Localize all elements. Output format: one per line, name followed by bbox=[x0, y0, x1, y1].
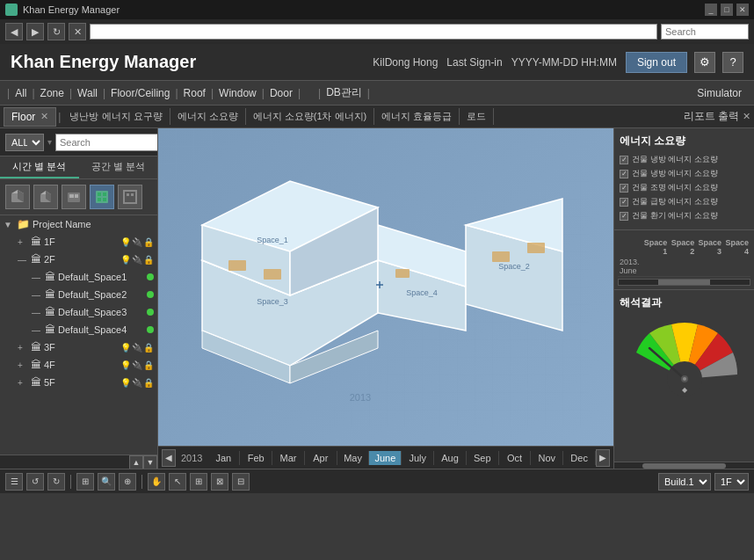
timeline-prev[interactable]: ◀ bbox=[162, 449, 176, 467]
report-close[interactable]: ✕ bbox=[743, 111, 750, 122]
scroll-up-btn[interactable]: ▲ bbox=[129, 455, 143, 469]
floor-tab-close[interactable]: ✕ bbox=[40, 111, 48, 122]
tab-right: 리포트 출력 ✕ bbox=[684, 109, 750, 124]
cursor2-btn[interactable]: ⊞ bbox=[190, 473, 207, 491]
forward-button[interactable]: ▶ bbox=[26, 23, 44, 40]
space-2[interactable]: — 🏛 Default_Space2 bbox=[0, 286, 157, 303]
stop-button[interactable]: ✕ bbox=[69, 23, 86, 40]
menu-status-btn[interactable]: ☰ bbox=[5, 473, 23, 491]
svg-rect-32 bbox=[395, 269, 410, 278]
sub-tab-load[interactable]: 로드 bbox=[460, 108, 494, 125]
month-may[interactable]: May bbox=[337, 451, 370, 465]
floor-plan-svg: Space_3 Space_4 Space_1 Space_2 2013 bbox=[158, 128, 589, 427]
menu-wall[interactable]: Wall bbox=[74, 85, 101, 101]
svg-rect-34 bbox=[527, 243, 545, 253]
help-icon[interactable]: ? bbox=[722, 52, 743, 73]
undo-btn[interactable]: ↺ bbox=[26, 473, 44, 491]
table-scrollbar[interactable] bbox=[618, 279, 750, 286]
floor-2f[interactable]: — 🏛 2F 💡 🔌 🔒 bbox=[0, 251, 157, 268]
copy-btn[interactable]: ⊞ bbox=[76, 473, 94, 491]
month-july[interactable]: July bbox=[402, 451, 434, 465]
view-icon-3[interactable] bbox=[62, 185, 86, 209]
3d-view-icon-3 bbox=[66, 189, 82, 205]
month-dec[interactable]: Dec bbox=[563, 451, 596, 465]
space-3[interactable]: — 🏛 Default_Space3 bbox=[0, 303, 157, 321]
sub-tab-primary[interactable]: 에너지 소요량(1차 에너지) bbox=[246, 108, 375, 125]
time-analysis-tab[interactable]: 시간 별 분석 bbox=[0, 156, 79, 178]
legend-5: ✓ 건물 환기 에너지 소요량 bbox=[620, 210, 749, 222]
timeline-next[interactable]: ▶ bbox=[596, 449, 610, 467]
cursor1-btn[interactable]: ↖ bbox=[169, 473, 186, 491]
maximize-button[interactable]: □ bbox=[721, 4, 733, 16]
settings-icon[interactable]: ⚙ bbox=[694, 52, 715, 73]
legend-3: ✓ 건물 조명 에너지 소요량 bbox=[620, 182, 749, 193]
right-panel-scrollbar[interactable] bbox=[614, 462, 754, 469]
menu-window[interactable]: Window bbox=[215, 85, 260, 101]
floor-4f[interactable]: + 🏛 4F 💡 🔌 🔒 bbox=[0, 356, 157, 374]
floor-select[interactable]: 1F 2F 3F 4F 5F bbox=[714, 473, 749, 491]
search2-btn[interactable]: ⊕ bbox=[119, 473, 136, 491]
space-analysis-tab[interactable]: 공간 별 분석 bbox=[79, 156, 158, 178]
header: Khan Energy Manager KilDong Hong Last Si… bbox=[0, 44, 754, 81]
sub-tab-energy[interactable]: 에너지 소요량 bbox=[170, 108, 246, 125]
result-section: 해석결과 bbox=[614, 290, 754, 402]
menu-roof[interactable]: Roof bbox=[180, 85, 209, 101]
floor-1f[interactable]: + 🏛 1F 💡 🔌 🔒 bbox=[0, 233, 157, 251]
filter-select[interactable]: ALL bbox=[5, 134, 44, 151]
legend-2: ✓ 건물 냉방 에너지 소요량 bbox=[620, 168, 749, 179]
simulator-button[interactable]: Simulator bbox=[692, 85, 747, 101]
menu-floor-ceiling[interactable]: Floor/Ceiling bbox=[107, 85, 173, 101]
space-4[interactable]: — 🏛 Default_Space4 bbox=[0, 321, 157, 338]
month-feb[interactable]: Feb bbox=[240, 451, 272, 465]
minimize-button[interactable]: _ bbox=[705, 4, 717, 16]
month-oct[interactable]: Oct bbox=[499, 451, 532, 465]
floor-tab[interactable]: Floor ✕ bbox=[4, 107, 56, 127]
month-jan[interactable]: Jan bbox=[207, 451, 240, 465]
month-nov[interactable]: Nov bbox=[531, 451, 563, 465]
month-apr[interactable]: Apr bbox=[305, 451, 337, 465]
space-1[interactable]: — 🏛 Default_Space1 bbox=[0, 268, 157, 286]
legend-label-2: 건물 냉방 에너지 소요량 bbox=[632, 168, 718, 179]
url-bar[interactable] bbox=[90, 24, 657, 40]
legend-cb-3[interactable]: ✓ bbox=[620, 184, 628, 193]
tab-bar: Floor ✕ | 냉난방 에너지 요구량 에너지 소요량 에너지 소요량(1차… bbox=[0, 105, 754, 128]
sub-tab-efficiency[interactable]: 에너지 효율등급 bbox=[374, 108, 460, 125]
build-select[interactable]: Build.1 bbox=[658, 473, 711, 491]
search-input[interactable] bbox=[55, 134, 158, 151]
view-icon-2[interactable] bbox=[33, 185, 58, 209]
table-scrollbar-thumb bbox=[658, 280, 711, 285]
nav-search-input[interactable] bbox=[661, 24, 749, 40]
sub-tab-cooling[interactable]: 냉난방 에너지 요구량 bbox=[62, 108, 170, 125]
month-june[interactable]: June bbox=[369, 451, 402, 465]
floor-3f[interactable]: + 🏛 3F 💡 🔌 🔒 bbox=[0, 338, 157, 356]
scroll-down-btn[interactable]: ▼ bbox=[143, 455, 157, 469]
search1-btn[interactable]: 🔍 bbox=[98, 473, 115, 491]
view-icon-1[interactable] bbox=[5, 185, 30, 209]
menu-all[interactable]: All bbox=[11, 85, 30, 101]
month-mar[interactable]: Mar bbox=[272, 451, 305, 465]
view-icon-4[interactable] bbox=[90, 185, 114, 209]
svg-rect-7 bbox=[69, 194, 74, 198]
menu-door[interactable]: Door bbox=[266, 85, 296, 101]
cursor3-btn[interactable]: ⊠ bbox=[211, 473, 228, 491]
project-root[interactable]: ▼ 📁 Project Name bbox=[0, 215, 157, 233]
redo-btn[interactable]: ↻ bbox=[47, 473, 65, 491]
legend-cb-5[interactable]: ✓ bbox=[620, 212, 628, 221]
legend-cb-2[interactable]: ✓ bbox=[620, 170, 628, 178]
back-button[interactable]: ◀ bbox=[5, 23, 23, 40]
legend-cb-1[interactable]: ✓ bbox=[620, 156, 628, 164]
cursor4-btn[interactable]: ⊟ bbox=[232, 473, 250, 491]
refresh-button[interactable]: ↻ bbox=[47, 23, 65, 40]
month-aug[interactable]: Aug bbox=[434, 451, 467, 465]
status-bar: ☰ ↺ ↻ ⊞ 🔍 ⊕ ✋ ↖ ⊞ ⊠ ⊟ Build.1 1F 2F 3F 4… bbox=[0, 469, 754, 493]
hand-btn[interactable]: ✋ bbox=[148, 473, 165, 491]
sign-out-button[interactable]: Sign out bbox=[626, 52, 687, 73]
view-icon-5[interactable] bbox=[118, 185, 142, 209]
legend-cb-4[interactable]: ✓ bbox=[620, 198, 628, 207]
month-sep[interactable]: Sep bbox=[467, 451, 499, 465]
date-time: YYYY-MM-DD HH:MM bbox=[511, 56, 617, 69]
floor-5f[interactable]: + 🏛 5F 💡 🔌 🔒 bbox=[0, 374, 157, 391]
close-button[interactable]: ✕ bbox=[736, 4, 749, 16]
menu-zone[interactable]: Zone bbox=[37, 85, 68, 101]
menu-db-manager[interactable]: DB관리 bbox=[323, 84, 366, 102]
